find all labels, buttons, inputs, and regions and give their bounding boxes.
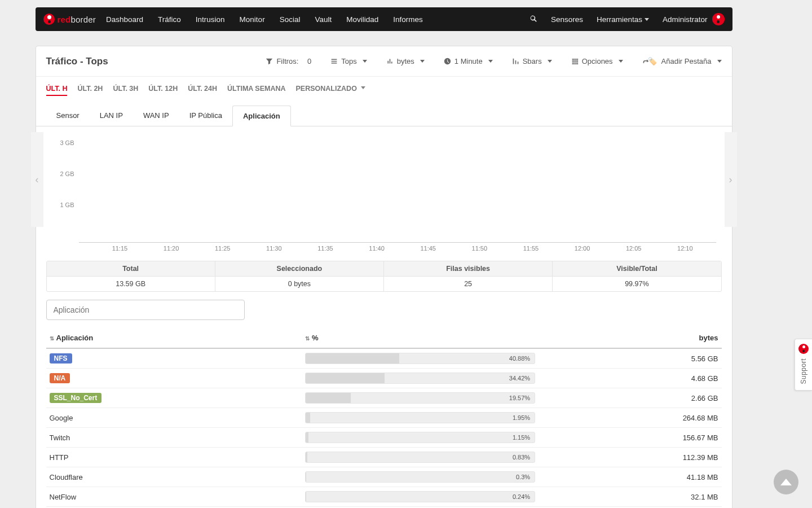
brand-text: redborder (58, 15, 96, 24)
main-navbar: redborder DashboardTráficoIntrusionMonit… (36, 7, 732, 31)
cell-pct: 1.95% (302, 408, 539, 428)
tool-tops[interactable]: Tops (330, 57, 367, 65)
y-tick: 1 GB (60, 202, 74, 208)
cell-pct: 34.42% (302, 369, 539, 388)
cell-pct: 40.88% (302, 348, 539, 369)
table-row[interactable]: Google1.95%264.68 MB (46, 408, 722, 428)
col-bytes[interactable]: bytes (539, 328, 721, 348)
cell-bytes: 41.18 MB (539, 467, 721, 487)
col-pct[interactable]: ⇅% (302, 328, 539, 348)
nav-link-monitor[interactable]: Monitor (240, 15, 265, 24)
summary-value: 25 (384, 277, 552, 291)
cell-app: Google (46, 408, 302, 428)
tool-add-tab[interactable]: 🏷️ Añadir Pestaña (642, 57, 722, 65)
app-badge: SSL_No_Cert (50, 393, 102, 403)
nav-links: DashboardTráficoIntrusionMonitorSocialVa… (106, 15, 423, 24)
cell-bytes: 5.56 GB (539, 348, 721, 369)
nav-link-dashboard[interactable]: Dashboard (106, 15, 143, 24)
table-row[interactable]: HTTP0.83%112.39 MB (46, 448, 722, 467)
time-tab[interactable]: PERSONALIZADO (296, 85, 366, 96)
summary-label: Total (47, 261, 215, 277)
nav-admin[interactable]: Administrator (663, 13, 725, 25)
table-row[interactable]: NFS40.88%5.56 GB (46, 348, 722, 369)
scroll-to-top[interactable] (774, 470, 798, 494)
dimension-tab[interactable]: Aplicación (232, 106, 291, 126)
y-tick: 2 GB (60, 170, 74, 177)
summary-label: Filas visibles (384, 261, 552, 277)
x-tick: 11:15 (112, 245, 128, 252)
filter-input[interactable] (46, 300, 245, 320)
nav-link-informes[interactable]: Informes (393, 15, 423, 24)
support-icon (798, 344, 809, 354)
chart-next[interactable]: › (725, 132, 737, 227)
panel-title: Tráfico - Tops (46, 56, 108, 67)
nav-link-social[interactable]: Social (280, 15, 301, 24)
brand-icon (43, 14, 55, 25)
cell-app: Twitch (46, 428, 302, 448)
col-app[interactable]: ⇅Aplicación (46, 328, 302, 348)
summary-label: Seleccionado (215, 261, 383, 277)
table-row[interactable]: N/A34.42%4.68 GB (46, 369, 722, 388)
cell-app: SSL_No_Cert (46, 388, 302, 408)
dimension-tab[interactable]: Sensor (46, 106, 90, 126)
table-row[interactable]: NetFlow0.24%32.1 MB (46, 487, 722, 507)
x-tick: 11:50 (472, 245, 488, 252)
x-tick: 11:55 (523, 245, 539, 252)
table-row[interactable]: Cloudflare0.3%41.18 MB (46, 467, 722, 487)
dimension-tab[interactable]: LAN IP (90, 106, 133, 126)
panel-traffic-tops: Tráfico - Tops Filtros: 0 Tops bytes (36, 46, 732, 508)
summary-cell: Visible/Total99.97% (553, 261, 721, 291)
summary-cell: Total13.59 GB (47, 261, 215, 291)
time-tab[interactable]: ÚLTIMA SEMANA (227, 85, 285, 96)
summary-value: 99.97% (553, 277, 721, 291)
nav-link-vault[interactable]: Vault (315, 15, 332, 24)
nav-link-tráfico[interactable]: Tráfico (158, 15, 181, 24)
cell-app: HTTP (46, 448, 302, 467)
y-tick: 3 GB (60, 139, 74, 146)
time-tab[interactable]: ÚLT. 24H (188, 85, 217, 96)
table-row[interactable]: SSL_No_Cert19.57%2.66 GB (46, 388, 722, 408)
dimension-tabs: SensorLAN IPWAN IPIP PúblicaAplicación (36, 105, 732, 126)
x-tick: 12:00 (575, 245, 590, 252)
support-tab[interactable]: Support (795, 339, 812, 391)
x-tick: 11:45 (420, 245, 436, 252)
tool-filters[interactable]: Filtros: 0 (266, 57, 311, 65)
x-tick: 11:20 (164, 245, 179, 252)
dimension-tab[interactable]: IP Pública (179, 106, 232, 126)
nav-link-movilidad[interactable]: Movilidad (346, 15, 378, 24)
user-avatar-icon (712, 13, 725, 25)
cell-app: Cloudflare (46, 467, 302, 487)
time-tab[interactable]: ÚLT. 12H (148, 85, 178, 96)
time-tab[interactable]: ÚLT. 3H (113, 85, 138, 96)
cell-app: NFS (46, 348, 302, 369)
summary-value: 0 bytes (215, 277, 383, 291)
x-tick: 11:30 (266, 245, 282, 252)
brand-logo[interactable]: redborder (43, 14, 96, 25)
app-badge: N/A (50, 373, 70, 383)
cell-bytes: 264.68 MB (539, 408, 721, 428)
support-label: Support (800, 358, 807, 384)
x-axis: 11:1511:2011:2511:3011:3511:4011:4511:50… (79, 245, 716, 257)
x-tick: 11:25 (215, 245, 231, 252)
cell-pct: 0.83% (302, 448, 539, 467)
chart-plot[interactable] (79, 131, 716, 243)
cell-bytes: 156.67 MB (539, 428, 721, 448)
chart-prev[interactable]: ‹ (31, 132, 43, 227)
panel-header: Tráfico - Tops Filtros: 0 Tops bytes (36, 46, 732, 77)
time-tab[interactable]: ÚLT. 2H (77, 85, 103, 96)
search-icon[interactable] (529, 15, 537, 24)
cell-app: N/A (46, 369, 302, 388)
time-tab[interactable]: ÚLT. H (46, 85, 68, 96)
tool-interval[interactable]: 1 Minute (444, 57, 493, 65)
nav-link-intrusion[interactable]: Intrusion (196, 15, 225, 24)
table-row[interactable]: Twitch1.15%156.67 MB (46, 428, 722, 448)
cell-pct: 19.57% (302, 388, 539, 408)
cell-pct: 1.15% (302, 428, 539, 448)
tool-unit[interactable]: bytes (386, 57, 425, 65)
nav-tools[interactable]: Herramientas (597, 15, 649, 24)
tool-viz[interactable]: Sbars (512, 57, 552, 65)
cell-bytes: 4.68 GB (539, 369, 721, 388)
dimension-tab[interactable]: WAN IP (133, 106, 179, 126)
tool-options[interactable]: Opciones (571, 57, 623, 65)
nav-sensors[interactable]: Sensores (551, 15, 583, 24)
